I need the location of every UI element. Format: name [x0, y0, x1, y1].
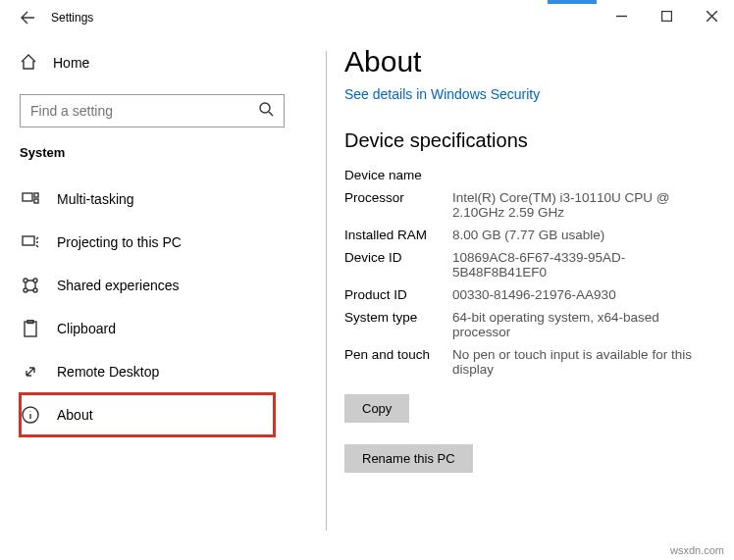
multitasking-icon	[22, 190, 39, 208]
nav-label: About	[57, 407, 93, 423]
svg-rect-0	[661, 11, 671, 21]
svg-rect-5	[23, 236, 34, 245]
window-title: Settings	[51, 11, 93, 25]
sidebar: Home System Multi-tasking Projecting to …	[0, 35, 314, 560]
spec-value: No pen or touch input is available for t…	[452, 347, 714, 377]
close-button[interactable]	[689, 0, 734, 31]
search-input[interactable]	[30, 103, 258, 119]
svg-rect-3	[34, 193, 38, 197]
projecting-icon	[22, 233, 39, 251]
svg-rect-4	[34, 199, 38, 203]
titlebar: Settings	[0, 0, 734, 35]
nav-shared[interactable]: Shared experiences	[20, 264, 314, 307]
page-heading: About	[344, 45, 714, 78]
spec-value: 10869AC8-6F67-4339-95AD-5B48F8B41EF0	[452, 250, 714, 280]
spec-label: Processor	[344, 190, 452, 220]
spec-value: 8.00 GB (7.77 GB usable)	[452, 228, 714, 242]
nav-about[interactable]: About	[20, 393, 275, 436]
svg-point-6	[24, 279, 27, 282]
nav-projecting[interactable]: Projecting to this PC	[20, 221, 314, 264]
about-icon	[22, 406, 39, 424]
svg-point-9	[33, 288, 37, 292]
nav-label: Projecting to this PC	[57, 234, 182, 250]
spec-label: Device ID	[344, 250, 452, 280]
accent-strip	[548, 0, 597, 4]
spec-label: System type	[344, 310, 452, 339]
home-label: Home	[53, 55, 89, 71]
home-icon	[20, 53, 37, 74]
nav-multitasking[interactable]: Multi-tasking	[20, 178, 314, 221]
spec-label: Product ID	[344, 287, 452, 302]
shared-icon	[22, 277, 39, 294]
security-link[interactable]: See details in Windows Security	[344, 86, 714, 102]
spec-value	[452, 168, 714, 182]
svg-point-8	[24, 288, 27, 292]
spec-value: 64-bit operating system, x64-based proce…	[452, 310, 714, 339]
spec-label: Installed RAM	[344, 228, 452, 242]
maximize-button[interactable]	[644, 0, 689, 31]
nav-label: Multi-tasking	[57, 191, 134, 207]
spec-label: Device name	[344, 168, 452, 182]
nav-label: Clipboard	[57, 321, 116, 336]
spec-heading: Device specifications	[344, 129, 714, 152]
remote-icon	[22, 363, 39, 381]
search-box[interactable]	[20, 94, 285, 127]
nav-clipboard[interactable]: Clipboard	[20, 307, 314, 350]
svg-point-1	[260, 103, 270, 113]
home-nav[interactable]: Home	[20, 45, 314, 80]
watermark: wsxdn.com	[670, 544, 724, 556]
spec-label: Pen and touch	[344, 347, 452, 377]
clipboard-icon	[22, 320, 39, 337]
copy-button[interactable]: Copy	[344, 394, 409, 423]
spec-value: 00330-81496-21976-AA930	[452, 287, 714, 302]
search-icon	[258, 101, 274, 121]
nav-label: Remote Desktop	[57, 364, 159, 380]
back-button[interactable]	[12, 2, 43, 33]
nav-label: Shared experiences	[57, 278, 180, 293]
svg-point-7	[33, 279, 37, 282]
nav-remote[interactable]: Remote Desktop	[20, 350, 314, 393]
svg-rect-10	[25, 322, 36, 336]
section-heading: System	[20, 145, 314, 160]
main-panel: About See details in Windows Security De…	[314, 35, 734, 560]
svg-rect-2	[23, 193, 32, 201]
rename-button[interactable]: Rename this PC	[344, 444, 473, 473]
minimize-button[interactable]	[599, 0, 644, 31]
spec-value: Intel(R) Core(TM) i3-10110U CPU @ 2.10GH…	[452, 190, 714, 220]
